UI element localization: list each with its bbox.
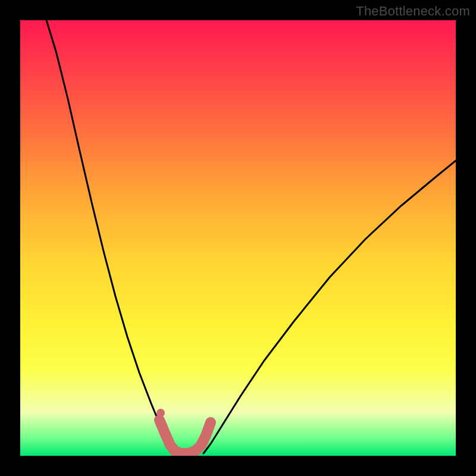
chart-frame: TheBottleneck.com <box>0 0 476 476</box>
valley-highlight <box>159 420 211 453</box>
watermark-text: TheBottleneck.com <box>356 4 470 19</box>
right-curve <box>203 161 456 453</box>
valley-dot-icon <box>156 409 165 417</box>
plot-area <box>20 20 456 456</box>
curves-svg <box>20 20 456 456</box>
left-curve <box>46 20 174 453</box>
